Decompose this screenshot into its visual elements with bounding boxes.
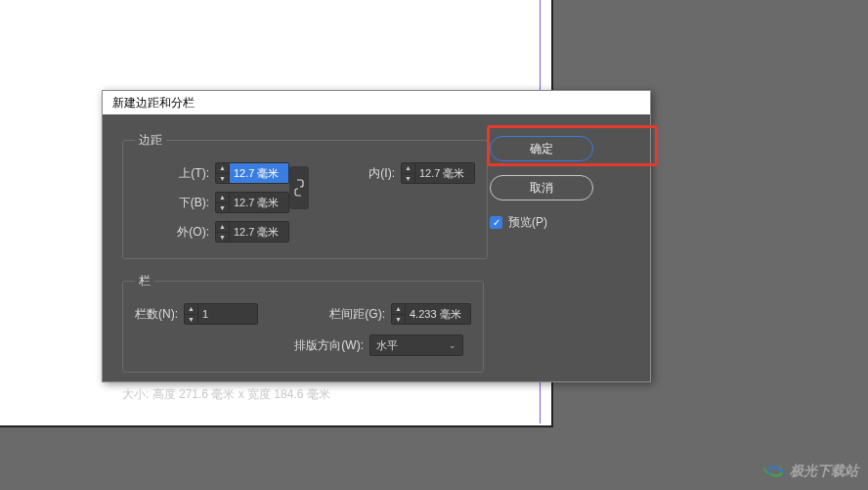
margins-legend: 边距	[135, 132, 166, 149]
watermark-text: 极光下载站	[790, 463, 858, 480]
spinner-up-icon[interactable]: ▲	[216, 222, 229, 233]
margin-top-label: 上(T):	[179, 165, 209, 182]
spinner-up-icon[interactable]: ▲	[392, 304, 405, 315]
margins-fieldset: 边距 上(T): ▲ ▼	[122, 132, 488, 259]
spinner-up-icon[interactable]: ▲	[216, 193, 229, 203]
spinner-down-icon[interactable]: ▼	[216, 233, 229, 243]
margin-outer-label: 外(O):	[177, 224, 209, 241]
column-count-spinner[interactable]: ▲ ▼	[184, 303, 258, 325]
spinner-down-icon[interactable]: ▼	[392, 315, 405, 325]
preview-checkbox[interactable]: ✓	[490, 216, 502, 229]
dialog-title: 新建边距和分栏	[112, 95, 195, 111]
chevron-down-icon: ⌄	[449, 340, 456, 350]
spinner-up-icon[interactable]: ▲	[185, 304, 197, 315]
watermark-logo-icon	[762, 461, 784, 482]
margin-outer-spinner[interactable]: ▲ ▼	[215, 221, 289, 243]
margin-inner-input[interactable]	[415, 163, 474, 183]
writing-direction-value: 水平	[376, 338, 398, 353]
margin-inner-label: 内(I):	[369, 165, 395, 182]
size-text: 大小: 高度 271.6 毫米 x 宽度 184.6 毫米	[122, 386, 484, 403]
dialog-body: 边距 上(T): ▲ ▼	[103, 114, 650, 421]
columns-fieldset: 栏 栏数(N): ▲ ▼ 栏间距(G):	[122, 273, 484, 373]
check-icon: ✓	[493, 218, 500, 228]
spinner-down-icon[interactable]: ▼	[216, 174, 229, 184]
chain-link-icon	[294, 178, 304, 198]
margin-outer-input[interactable]	[230, 222, 288, 242]
column-gutter-label: 栏间距(G):	[329, 306, 385, 323]
spinner-down-icon[interactable]: ▼	[216, 203, 229, 213]
margin-inner-spinner[interactable]: ▲ ▼	[401, 162, 475, 184]
column-gutter-spinner[interactable]: ▲ ▼	[391, 303, 471, 325]
link-constraints-button[interactable]	[289, 166, 309, 209]
ok-button[interactable]: 确定	[490, 136, 593, 161]
margin-top-input[interactable]	[230, 163, 288, 183]
writing-direction-label: 排版方向(W):	[294, 337, 364, 354]
margin-top-spinner[interactable]: ▲ ▼	[215, 162, 289, 184]
column-count-label: 栏数(N):	[135, 306, 178, 323]
column-count-input[interactable]	[198, 304, 257, 324]
dialog-titlebar[interactable]: 新建边距和分栏	[103, 91, 650, 114]
margin-bottom-spinner[interactable]: ▲ ▼	[215, 192, 289, 213]
watermark: 极光下载站	[762, 461, 858, 482]
margins-columns-dialog: 新建边距和分栏 边距 上(T): ▲ ▼	[102, 90, 651, 382]
margin-bottom-input[interactable]	[230, 193, 288, 212]
writing-direction-select[interactable]: 水平 ⌄	[369, 334, 463, 356]
column-gutter-input[interactable]	[406, 304, 470, 324]
cancel-button[interactable]: 取消	[490, 175, 593, 200]
spinner-down-icon[interactable]: ▼	[402, 174, 414, 184]
preview-label: 预览(P)	[508, 214, 547, 231]
spinner-down-icon[interactable]: ▼	[185, 315, 197, 325]
columns-legend: 栏	[135, 273, 154, 290]
spinner-up-icon[interactable]: ▲	[402, 163, 414, 174]
spinner-up-icon[interactable]: ▲	[216, 163, 229, 174]
margin-bottom-label: 下(B):	[179, 195, 209, 211]
